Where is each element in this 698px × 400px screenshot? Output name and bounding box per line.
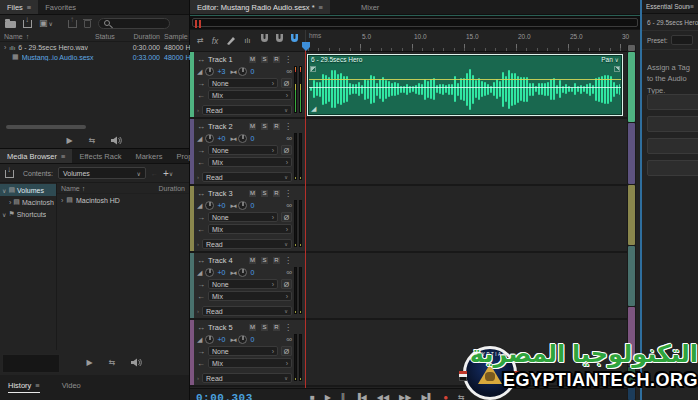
track-more-icon[interactable]: [284, 189, 292, 198]
column-duration[interactable]: Duration: [125, 33, 160, 40]
input-select[interactable]: None: [208, 279, 278, 289]
track-name[interactable]: Track 4: [208, 256, 233, 265]
tab-media-browser[interactable]: Media Browser: [0, 149, 72, 163]
tab-files[interactable]: Files: [0, 0, 38, 14]
rewind-button[interactable]: ◀◀: [377, 393, 389, 400]
import-file-icon[interactable]: [23, 20, 32, 28]
output-select[interactable]: Mix: [208, 291, 292, 301]
speaker-icon[interactable]: [131, 358, 142, 367]
tab-favorites[interactable]: Favorites: [38, 0, 83, 14]
razor-tool-icon[interactable]: [226, 36, 236, 46]
column-name[interactable]: Name: [61, 185, 80, 192]
move-tool-icon[interactable]: [197, 36, 204, 45]
fx-icon[interactable]: [212, 36, 219, 46]
panel-menu-icon[interactable]: [690, 3, 694, 10]
play-icon[interactable]: [67, 136, 73, 145]
preset-select[interactable]: [671, 35, 693, 45]
monitor-input-button[interactable]: Ø: [281, 212, 292, 222]
audio-type-button-music[interactable]: [647, 116, 698, 132]
track-lane[interactable]: [305, 119, 627, 184]
audio-type-button-ambience[interactable]: [647, 160, 698, 176]
fast-forward-button[interactable]: ▶▶: [399, 393, 411, 400]
arm-record-button[interactable]: R: [272, 323, 281, 332]
stop-button[interactable]: ■: [310, 393, 315, 400]
tab-editor[interactable]: Editor: Mustang Radio Audio.sesx *: [190, 0, 330, 14]
tree-item-macintosh-hd[interactable]: Macintosh HD: [0, 196, 56, 208]
pan-value[interactable]: 0: [250, 269, 260, 276]
column-duration[interactable]: Duration: [159, 185, 185, 192]
panel-menu-icon[interactable]: [319, 3, 323, 12]
contents-select[interactable]: Volumes: [58, 167, 146, 179]
media-list-row[interactable]: Macintosh HD: [57, 194, 189, 206]
volume-value[interactable]: +0: [217, 135, 227, 142]
play-icon[interactable]: [87, 358, 93, 367]
navigator-range[interactable]: [192, 18, 638, 27]
skip-end-button[interactable]: ▶▌: [421, 393, 433, 400]
solo-button[interactable]: S: [260, 122, 269, 131]
track-name[interactable]: Track 1: [208, 55, 233, 64]
solo-button[interactable]: S: [260, 189, 269, 198]
input-select[interactable]: None: [208, 212, 278, 222]
arm-record-button[interactable]: R: [272, 55, 281, 64]
volume-knob[interactable]: [205, 201, 214, 210]
mute-button[interactable]: M: [248, 55, 257, 64]
audio-type-button-dialogue[interactable]: [647, 94, 698, 110]
mute-button[interactable]: M: [248, 256, 257, 265]
monitor-input-button[interactable]: Ø: [281, 279, 292, 289]
new-container-button[interactable]: [39, 18, 53, 28]
snap-toggle-icon[interactable]: [290, 33, 299, 43]
volume-knob[interactable]: [205, 335, 214, 344]
solo-button[interactable]: S: [260, 55, 269, 64]
loop-icon[interactable]: [89, 136, 96, 145]
stereo-link-icon[interactable]: [286, 67, 292, 76]
pan-knob[interactable]: [238, 201, 247, 210]
output-select[interactable]: Mix: [208, 224, 292, 234]
open-file-icon[interactable]: [5, 21, 16, 28]
collapse-icon[interactable]: [2, 187, 6, 194]
track-lane[interactable]: [305, 320, 627, 385]
pan-value[interactable]: 0: [250, 336, 260, 343]
audio-clip[interactable]: 6 - 29.5secs Hero Pan: [307, 54, 623, 116]
column-status[interactable]: Status: [95, 33, 125, 40]
track-overview-scrollbar[interactable]: [627, 45, 636, 400]
pan-knob[interactable]: [238, 335, 247, 344]
track-name[interactable]: Track 5: [208, 323, 233, 332]
monitor-input-button[interactable]: Ø: [281, 346, 292, 356]
mute-button[interactable]: M: [248, 189, 257, 198]
track-more-icon[interactable]: [284, 256, 292, 265]
panel-menu-icon[interactable]: [27, 3, 31, 12]
volume-value[interactable]: +0: [217, 202, 227, 209]
loop-icon[interactable]: [109, 358, 116, 367]
tab-video[interactable]: Video: [62, 381, 81, 390]
solo-button[interactable]: S: [260, 256, 269, 265]
metering-icon[interactable]: [244, 36, 250, 45]
pan-knob[interactable]: [238, 268, 247, 277]
panel-menu-icon[interactable]: [61, 152, 65, 161]
play-button[interactable]: ▶: [325, 393, 331, 400]
mute-button[interactable]: M: [248, 122, 257, 131]
stereo-link-icon[interactable]: [286, 268, 292, 277]
clip-pan-control[interactable]: Pan: [601, 56, 619, 63]
speaker-icon[interactable]: [111, 136, 122, 145]
track-name[interactable]: Track 3: [208, 189, 233, 198]
track-more-icon[interactable]: [284, 122, 292, 131]
automation-expand-icon[interactable]: [197, 174, 199, 180]
arm-record-button[interactable]: R: [272, 189, 281, 198]
stereo-link-icon[interactable]: [286, 134, 292, 143]
track-more-icon[interactable]: [284, 323, 292, 332]
stereo-link-icon[interactable]: [286, 201, 292, 210]
automation-mode-select[interactable]: Read: [202, 105, 292, 115]
tab-mixer[interactable]: Mixer: [354, 0, 386, 14]
pan-knob[interactable]: [238, 67, 247, 76]
volume-knob[interactable]: [205, 67, 214, 76]
import-icon[interactable]: [5, 170, 14, 178]
expand-icon[interactable]: [61, 197, 63, 204]
volume-value[interactable]: +0: [217, 269, 227, 276]
pan-knob[interactable]: [238, 134, 247, 143]
automation-mode-select[interactable]: Read: [202, 306, 292, 316]
stereo-link-icon[interactable]: [286, 335, 292, 344]
tab-markers[interactable]: Markers: [128, 149, 169, 163]
pan-value[interactable]: 0: [250, 202, 260, 209]
collapse-icon[interactable]: [2, 211, 6, 218]
monitor-input-button[interactable]: Ø: [281, 145, 292, 155]
